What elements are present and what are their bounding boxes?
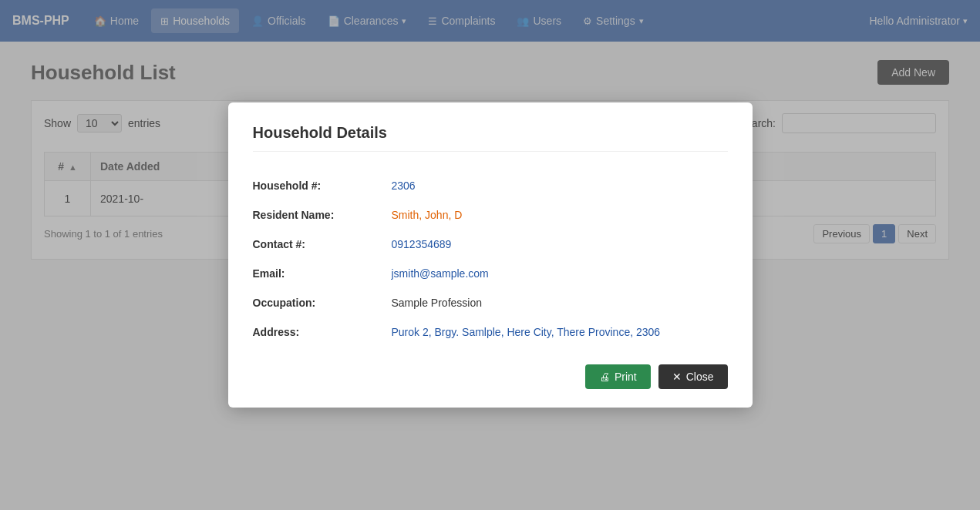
- detail-row-resident-name: Resident Name: Smith, John, D: [253, 204, 728, 226]
- detail-row-email: Email: jsmith@sample.com: [253, 263, 728, 278]
- modal-body: Household #: 2306 Resident Name: Smith, …: [253, 167, 728, 278]
- label-email: Email:: [253, 263, 392, 278]
- label-contact: Contact #:: [253, 233, 392, 255]
- household-details-modal: Household Details Household #: 2306 Resi…: [228, 102, 753, 278]
- value-contact: 0912354689: [392, 233, 728, 255]
- modal-title: Household Details: [253, 124, 728, 152]
- label-household-num: Household #:: [253, 175, 392, 196]
- detail-row-contact: Contact #: 0912354689: [253, 233, 728, 255]
- modal-overlay: Household Details Household #: 2306 Resi…: [0, 0, 980, 278]
- detail-row-household-num: Household #: 2306: [253, 175, 728, 196]
- label-resident-name: Resident Name:: [253, 204, 392, 226]
- value-email: jsmith@sample.com: [392, 263, 728, 278]
- value-resident-name: Smith, John, D: [392, 204, 728, 226]
- value-household-num: 2306: [392, 175, 728, 196]
